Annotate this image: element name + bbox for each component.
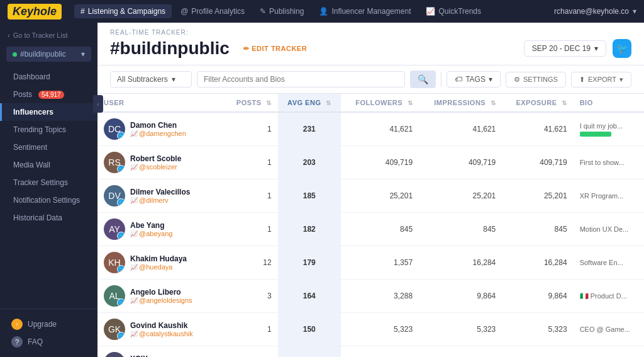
sidebar-back-btn[interactable]: ‹ Go to Tracker List xyxy=(0,28,97,43)
subtrackers-label: All Subtrackers xyxy=(117,75,168,84)
user-cell-7: X 🐦 XCIX 📈 @kmcn_ploy xyxy=(97,346,225,358)
table-row: X 🐦 XCIX 📈 @kmcn_ploy 1 129 108 108 108 … xyxy=(97,346,644,358)
user-handle-3[interactable]: 📈 @abeyang xyxy=(130,230,172,237)
sidebar-item-posts[interactable]: Posts 54,917 xyxy=(0,86,97,103)
exposure-cell-1: 409,719 xyxy=(502,146,573,179)
col-avg-eng[interactable]: AVG ENG ⇅ xyxy=(278,94,341,112)
sidebar-tracker-section: #buildinpublic ▾ xyxy=(0,43,97,65)
avatar-3: AY 🐦 xyxy=(104,218,125,240)
sidebar-item-dashboard[interactable]: Dashboard xyxy=(0,68,97,86)
tracker-title: #buildinpublic xyxy=(110,38,230,59)
impressions-cell-4: 16,284 xyxy=(419,246,502,280)
user-cell-6: GK 🐦 Govind Kaushik 📈 @catalystkaushik xyxy=(97,313,225,346)
export-button[interactable]: ⬆ EXPORT ▾ xyxy=(571,72,631,88)
sidebar-collapse-btn[interactable]: ‹ xyxy=(93,95,103,113)
user-cell-1: RS 🐦 Robert Scoble 📈 @scobleizer xyxy=(97,146,225,179)
user-chevron[interactable]: ▾ xyxy=(633,7,636,16)
nav-item-publishing[interactable]: ✎ Publishing xyxy=(253,4,310,18)
quicktrends-icon: 📈 xyxy=(426,7,435,16)
sidebar-item-trending-topics[interactable]: Trending Topics xyxy=(0,121,97,139)
col-user[interactable]: USER xyxy=(97,94,225,112)
user-handle-6[interactable]: 📈 @catalystkaushik xyxy=(130,330,193,337)
user-handle-5[interactable]: 📈 @angeloldesigns xyxy=(130,297,192,304)
col-followers[interactable]: FOLLOWERS ⇅ xyxy=(341,94,419,112)
table-wrap[interactable]: USER POSTS ⇅ AVG ENG ⇅ FOLLOWERS ⇅ xyxy=(97,94,644,357)
bio-cell-3: Motion UX De... xyxy=(574,213,644,246)
body-wrap: ‹ Go to Tracker List #buildinpublic ▾ Da… xyxy=(0,23,644,357)
trend-icon-1: 📈 xyxy=(130,164,138,171)
back-arrow-icon: ‹ xyxy=(8,31,10,39)
followers-sort-icon: ⇅ xyxy=(408,99,413,106)
col-bio: BIO xyxy=(574,94,644,112)
posts-cell-2: 1 xyxy=(225,179,278,213)
user-handle-0[interactable]: 📈 @damengchen xyxy=(130,130,186,137)
sidebar-item-historical-data[interactable]: Historical Data xyxy=(0,209,97,227)
user-handle-2[interactable]: 📈 @dilmerv xyxy=(130,196,190,204)
nav-item-listening[interactable]: # Listening & Campaigns xyxy=(74,4,172,18)
nav-right: rchavane@keyhole.co ▾ xyxy=(554,7,636,16)
faq-btn[interactable]: ? FAQ xyxy=(8,333,90,351)
col-posts[interactable]: POSTS ⇅ xyxy=(225,94,278,112)
impressions-cell-5: 9,864 xyxy=(419,280,502,313)
user-name-6[interactable]: Govind Kaushik xyxy=(130,321,193,330)
upgrade-btn[interactable]: ↑ Upgrade xyxy=(8,315,90,333)
nav-item-quicktrends[interactable]: 📈 QuickTrends xyxy=(419,4,487,18)
faq-icon: ? xyxy=(11,336,23,348)
col-impressions[interactable]: IMPRESSIONS ⇅ xyxy=(419,94,502,112)
divider xyxy=(441,72,441,87)
col-exposure[interactable]: EXPOSURE ⇅ xyxy=(502,94,573,112)
bio-cell-5: 🇮🇹 Product D... xyxy=(574,280,644,313)
user-name-1[interactable]: Robert Scoble xyxy=(130,154,181,163)
search-button[interactable]: 🔍 xyxy=(410,71,436,88)
filter-input[interactable] xyxy=(197,71,405,88)
user-name-0[interactable]: Damon Chen xyxy=(130,121,186,130)
user-name-4[interactable]: Khakim Hudaya xyxy=(130,254,187,263)
user-name-7[interactable]: XCIX xyxy=(130,354,179,357)
avatar-2: DV 🐦 xyxy=(104,185,125,207)
user-name-5[interactable]: Angelo Libero xyxy=(130,288,192,297)
dashboard-label: Dashboard xyxy=(13,72,50,81)
media-wall-label: Media Wall xyxy=(13,161,50,169)
user-email[interactable]: rchavane@keyhole.co xyxy=(554,7,629,16)
tag-icon: 🏷 xyxy=(455,75,462,84)
impressions-cell-0: 41,621 xyxy=(419,112,502,146)
user-handle-4[interactable]: 📈 @huedaya xyxy=(130,263,187,271)
notification-settings-label: Notification Settings xyxy=(13,196,80,205)
sidebar-tracker-label[interactable]: #buildinpublic ▾ xyxy=(6,47,91,62)
sidebar-item-sentiment[interactable]: Sentiment xyxy=(0,139,97,156)
subtrackers-chevron-icon: ▾ xyxy=(172,75,175,84)
date-chevron-icon: ▾ xyxy=(594,44,598,53)
subtrackers-select[interactable]: All Subtrackers ▾ xyxy=(110,71,192,88)
date-range-picker[interactable]: SEP 20 - DEC 19 ▾ xyxy=(524,40,606,57)
settings-button[interactable]: ⚙ SETTINGS xyxy=(506,72,566,88)
user-name-3[interactable]: Abe Yang xyxy=(130,221,172,230)
nav-item-influencer[interactable]: 👤 Influencer Management xyxy=(313,4,417,18)
user-handle-1[interactable]: 📈 @scobleizer xyxy=(130,163,181,171)
tags-button[interactable]: 🏷 TAGS ▾ xyxy=(447,71,501,88)
edit-tracker-btn[interactable]: ✏ EDIT TRACKER xyxy=(243,45,307,53)
posts-sort-icon: ⇅ xyxy=(266,99,272,106)
nav-item-profile[interactable]: @ Profile Analytics xyxy=(174,4,251,18)
user-cell-2: DV 🐦 Dilmer Valecillos 📈 @dilmerv xyxy=(97,179,225,213)
historical-data-label: Historical Data xyxy=(13,213,62,222)
sidebar-item-influencers[interactable]: Influencers xyxy=(0,103,97,121)
user-name-2[interactable]: Dilmer Valecillos xyxy=(130,188,190,196)
followers-cell-0: 41,621 xyxy=(341,112,419,146)
tracker-header: REAL-TIME TRACKER: #buildinpublic ✏ EDIT… xyxy=(97,23,644,65)
pencil-icon: ✏ xyxy=(243,45,250,53)
twitter-badge-5: 🐦 xyxy=(117,298,125,307)
trend-icon-3: 📈 xyxy=(130,230,138,237)
user-cell-4: KH 🐦 Khakim Hudaya 📈 @huedaya xyxy=(97,246,225,280)
user-cell-5: AL 🐦 Angelo Libero 📈 @angeloldesigns xyxy=(97,280,225,313)
user-cell-3: AY 🐦 Abe Yang 📈 @abeyang xyxy=(97,213,225,246)
avatar-4: KH 🐦 xyxy=(104,252,125,273)
impressions-cell-2: 25,201 xyxy=(419,179,502,213)
sidebar-item-notification-settings[interactable]: Notification Settings xyxy=(0,191,97,209)
back-label: Go to Tracker List xyxy=(13,31,68,39)
sidebar-item-tracker-settings[interactable]: Tracker Settings xyxy=(0,174,97,191)
tracker-chevron: ▾ xyxy=(81,50,85,59)
sidebar-menu: Dashboard Posts 54,917 Influencers Trend… xyxy=(0,65,97,309)
avg-eng-cell-3: 182 xyxy=(278,213,341,246)
sidebar-item-media-wall[interactable]: Media Wall xyxy=(0,156,97,174)
logo[interactable]: Keyhole xyxy=(8,4,62,20)
